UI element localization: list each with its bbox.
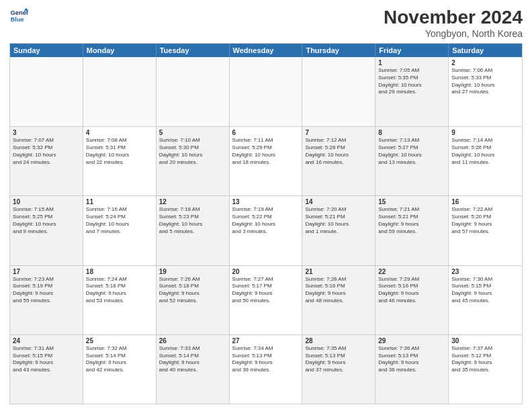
calendar-cell bbox=[83, 57, 157, 126]
day-info: Sunrise: 7:18 AM Sunset: 5:23 PM Dayligh… bbox=[159, 206, 226, 235]
calendar-cell: 13Sunrise: 7:19 AM Sunset: 5:22 PM Dayli… bbox=[230, 196, 303, 265]
calendar-row: 1Sunrise: 7:05 AM Sunset: 5:35 PM Daylig… bbox=[10, 57, 522, 126]
calendar-row: 3Sunrise: 7:07 AM Sunset: 5:32 PM Daylig… bbox=[10, 126, 522, 195]
calendar-cell: 27Sunrise: 7:34 AM Sunset: 5:13 PM Dayli… bbox=[230, 335, 303, 404]
day-number: 17 bbox=[13, 268, 80, 275]
weekday-header: Sunday bbox=[10, 44, 83, 57]
svg-text:Blue: Blue bbox=[11, 16, 24, 23]
calendar-cell: 7Sunrise: 7:12 AM Sunset: 5:28 PM Daylig… bbox=[302, 127, 375, 195]
day-number: 2 bbox=[451, 59, 519, 66]
day-info: Sunrise: 7:24 AM Sunset: 5:18 PM Dayligh… bbox=[86, 276, 153, 305]
calendar: SundayMondayTuesdayWednesdayThursdayFrid… bbox=[9, 43, 523, 404]
day-number: 26 bbox=[159, 337, 226, 345]
day-number: 15 bbox=[378, 198, 445, 205]
day-info: Sunrise: 7:31 AM Sunset: 5:15 PM Dayligh… bbox=[13, 345, 80, 374]
calendar-cell: 8Sunrise: 7:13 AM Sunset: 5:27 PM Daylig… bbox=[375, 127, 449, 195]
calendar-cell bbox=[10, 57, 83, 126]
day-info: Sunrise: 7:05 AM Sunset: 5:35 PM Dayligh… bbox=[378, 67, 445, 96]
day-number: 14 bbox=[305, 198, 372, 205]
day-number: 13 bbox=[232, 198, 300, 205]
calendar-cell: 28Sunrise: 7:35 AM Sunset: 5:13 PM Dayli… bbox=[302, 335, 375, 404]
logo: General Blue bbox=[9, 7, 28, 26]
calendar-cell: 1Sunrise: 7:05 AM Sunset: 5:35 PM Daylig… bbox=[375, 57, 449, 126]
calendar-cell: 20Sunrise: 7:27 AM Sunset: 5:17 PM Dayli… bbox=[230, 266, 303, 334]
calendar-cell: 21Sunrise: 7:28 AM Sunset: 5:16 PM Dayli… bbox=[302, 266, 375, 334]
weekday-header: Thursday bbox=[302, 44, 375, 57]
calendar-cell: 14Sunrise: 7:20 AM Sunset: 5:21 PM Dayli… bbox=[302, 196, 375, 265]
weekday-header: Saturday bbox=[449, 44, 522, 57]
calendar-header: SundayMondayTuesdayWednesdayThursdayFrid… bbox=[10, 44, 522, 57]
calendar-cell: 19Sunrise: 7:26 AM Sunset: 5:18 PM Dayli… bbox=[157, 266, 230, 334]
day-number: 5 bbox=[159, 129, 226, 136]
day-number: 1 bbox=[378, 59, 445, 66]
calendar-cell bbox=[302, 57, 375, 126]
day-info: Sunrise: 7:23 AM Sunset: 5:19 PM Dayligh… bbox=[13, 276, 80, 305]
logo-icon: General Blue bbox=[9, 7, 28, 26]
calendar-cell: 5Sunrise: 7:10 AM Sunset: 5:30 PM Daylig… bbox=[157, 127, 230, 195]
day-number: 28 bbox=[305, 337, 372, 345]
calendar-cell: 16Sunrise: 7:22 AM Sunset: 5:20 PM Dayli… bbox=[449, 196, 522, 265]
header: General Blue November 2024 Yongbyon, Nor… bbox=[9, 7, 523, 39]
day-info: Sunrise: 7:33 AM Sunset: 5:14 PM Dayligh… bbox=[159, 345, 226, 374]
calendar-cell: 2Sunrise: 7:06 AM Sunset: 5:33 PM Daylig… bbox=[449, 57, 522, 126]
calendar-cell: 23Sunrise: 7:30 AM Sunset: 5:15 PM Dayli… bbox=[449, 266, 522, 334]
calendar-cell: 12Sunrise: 7:18 AM Sunset: 5:23 PM Dayli… bbox=[157, 196, 230, 265]
day-number: 11 bbox=[86, 198, 153, 205]
day-info: Sunrise: 7:12 AM Sunset: 5:28 PM Dayligh… bbox=[305, 137, 372, 166]
day-number: 3 bbox=[13, 129, 80, 136]
day-info: Sunrise: 7:16 AM Sunset: 5:24 PM Dayligh… bbox=[86, 206, 153, 235]
calendar-cell: 22Sunrise: 7:29 AM Sunset: 5:16 PM Dayli… bbox=[375, 266, 449, 334]
weekday-header: Tuesday bbox=[157, 44, 230, 57]
calendar-cell: 26Sunrise: 7:33 AM Sunset: 5:14 PM Dayli… bbox=[157, 335, 230, 404]
calendar-cell: 9Sunrise: 7:14 AM Sunset: 5:26 PM Daylig… bbox=[449, 127, 522, 195]
day-number: 18 bbox=[86, 268, 153, 275]
calendar-cell: 30Sunrise: 7:37 AM Sunset: 5:12 PM Dayli… bbox=[449, 335, 522, 404]
day-info: Sunrise: 7:27 AM Sunset: 5:17 PM Dayligh… bbox=[232, 276, 300, 305]
calendar-row: 17Sunrise: 7:23 AM Sunset: 5:19 PM Dayli… bbox=[10, 265, 522, 334]
day-info: Sunrise: 7:07 AM Sunset: 5:32 PM Dayligh… bbox=[13, 137, 80, 166]
calendar-row: 24Sunrise: 7:31 AM Sunset: 5:15 PM Dayli… bbox=[10, 334, 522, 404]
day-info: Sunrise: 7:15 AM Sunset: 5:25 PM Dayligh… bbox=[13, 206, 80, 235]
day-number: 19 bbox=[159, 268, 226, 275]
month-year: November 2024 bbox=[384, 7, 523, 28]
day-info: Sunrise: 7:34 AM Sunset: 5:13 PM Dayligh… bbox=[232, 345, 300, 374]
day-info: Sunrise: 7:28 AM Sunset: 5:16 PM Dayligh… bbox=[305, 276, 372, 305]
calendar-cell bbox=[230, 57, 303, 126]
day-number: 9 bbox=[451, 129, 519, 136]
calendar-cell: 18Sunrise: 7:24 AM Sunset: 5:18 PM Dayli… bbox=[83, 266, 157, 334]
calendar-cell: 29Sunrise: 7:36 AM Sunset: 5:13 PM Dayli… bbox=[375, 335, 449, 404]
location: Yongbyon, North Korea bbox=[384, 28, 523, 39]
day-info: Sunrise: 7:30 AM Sunset: 5:15 PM Dayligh… bbox=[451, 276, 519, 305]
day-number: 8 bbox=[378, 129, 445, 136]
calendar-cell: 11Sunrise: 7:16 AM Sunset: 5:24 PM Dayli… bbox=[83, 196, 157, 265]
day-number: 10 bbox=[13, 198, 80, 205]
day-info: Sunrise: 7:13 AM Sunset: 5:27 PM Dayligh… bbox=[378, 137, 445, 166]
day-number: 6 bbox=[232, 129, 300, 136]
day-number: 4 bbox=[86, 129, 153, 136]
page: General Blue November 2024 Yongbyon, Nor… bbox=[0, 0, 532, 411]
calendar-cell: 25Sunrise: 7:32 AM Sunset: 5:14 PM Dayli… bbox=[83, 335, 157, 404]
day-number: 21 bbox=[305, 268, 372, 275]
day-info: Sunrise: 7:35 AM Sunset: 5:13 PM Dayligh… bbox=[305, 345, 372, 374]
weekday-header: Wednesday bbox=[230, 44, 303, 57]
day-number: 7 bbox=[305, 129, 372, 136]
day-number: 12 bbox=[159, 198, 226, 205]
day-info: Sunrise: 7:08 AM Sunset: 5:31 PM Dayligh… bbox=[86, 137, 153, 166]
day-number: 27 bbox=[232, 337, 300, 345]
day-number: 22 bbox=[378, 268, 445, 275]
day-info: Sunrise: 7:06 AM Sunset: 5:33 PM Dayligh… bbox=[451, 67, 519, 96]
calendar-cell bbox=[157, 57, 230, 126]
day-number: 23 bbox=[451, 268, 519, 275]
day-number: 20 bbox=[232, 268, 300, 275]
day-info: Sunrise: 7:10 AM Sunset: 5:30 PM Dayligh… bbox=[159, 137, 226, 166]
weekday-header: Friday bbox=[375, 44, 449, 57]
day-info: Sunrise: 7:22 AM Sunset: 5:20 PM Dayligh… bbox=[451, 206, 519, 235]
day-info: Sunrise: 7:32 AM Sunset: 5:14 PM Dayligh… bbox=[86, 345, 153, 374]
calendar-cell: 10Sunrise: 7:15 AM Sunset: 5:25 PM Dayli… bbox=[10, 196, 83, 265]
calendar-row: 10Sunrise: 7:15 AM Sunset: 5:25 PM Dayli… bbox=[10, 195, 522, 265]
weekday-header: Monday bbox=[83, 44, 157, 57]
calendar-cell: 17Sunrise: 7:23 AM Sunset: 5:19 PM Dayli… bbox=[10, 266, 83, 334]
title-block: November 2024 Yongbyon, North Korea bbox=[384, 7, 523, 39]
day-info: Sunrise: 7:14 AM Sunset: 5:26 PM Dayligh… bbox=[451, 137, 519, 166]
day-info: Sunrise: 7:37 AM Sunset: 5:12 PM Dayligh… bbox=[451, 345, 519, 374]
